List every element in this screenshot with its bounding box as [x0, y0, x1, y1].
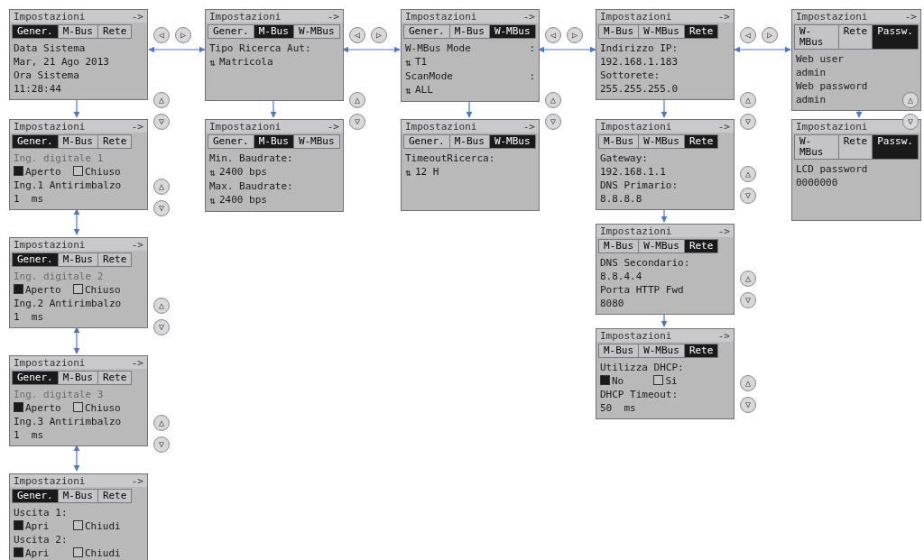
nav-down-button[interactable]: ▽: [153, 200, 170, 216]
tab-rete[interactable]: Rete: [98, 134, 133, 149]
nav-up-button[interactable]: △: [740, 271, 756, 287]
tab-passw[interactable]: Passw.: [873, 24, 919, 50]
row-uscita2[interactable]: Apri Chiudi: [12, 546, 145, 560]
value-lcd-password[interactable]: 0000000: [794, 176, 919, 189]
row-dhcp[interactable]: No Si: [598, 374, 732, 388]
tab-mbus[interactable]: M-Bus: [59, 134, 98, 149]
tab-rete[interactable]: Rete: [98, 252, 133, 267]
value-max-baud[interactable]: ⇅2400 bps: [208, 193, 341, 207]
tab-rete[interactable]: Rete: [98, 489, 133, 503]
value-web-password[interactable]: admin: [794, 93, 919, 106]
value-dhcp-timeout[interactable]: 50 ms: [598, 401, 732, 415]
value-min-baud[interactable]: ⇅2400 bps: [208, 165, 341, 179]
tab-gener[interactable]: Gener.: [12, 489, 59, 503]
value-ing3-antirimbalzo[interactable]: 1 ms: [12, 428, 145, 442]
tab-gener[interactable]: Gener.: [12, 134, 59, 149]
tab-gener[interactable]: Gener.: [12, 371, 59, 385]
value-scanmode[interactable]: ⇅ALL: [403, 83, 537, 97]
nav-left-button[interactable]: ◁: [153, 27, 170, 43]
nav-up-button[interactable]: △: [902, 92, 919, 108]
nav-up-button[interactable]: △: [153, 179, 170, 195]
nav-down-button[interactable]: ▽: [902, 114, 919, 130]
row-ing1-state[interactable]: Aperto Chiuso: [12, 165, 145, 179]
tab-mbus[interactable]: M-Bus: [59, 489, 98, 503]
nav-up-button[interactable]: △: [740, 92, 756, 108]
tab-wmbus[interactable]: W-MBus: [294, 134, 340, 149]
nav-up-button[interactable]: △: [740, 166, 756, 182]
tab-mbus[interactable]: M-Bus: [59, 371, 98, 385]
tab-wmbus[interactable]: W-MBus: [639, 239, 685, 253]
tab-mbus[interactable]: M-Bus: [450, 134, 490, 149]
tab-rete[interactable]: Rete: [685, 24, 719, 39]
tab-mbus[interactable]: M-Bus: [598, 344, 639, 358]
nav-left-button[interactable]: ◁: [349, 27, 365, 43]
tab-mbus[interactable]: M-Bus: [598, 24, 639, 39]
tab-mbus[interactable]: M-Bus: [254, 134, 294, 149]
nav-down-button[interactable]: ▽: [153, 114, 170, 130]
nav-up-button[interactable]: △: [153, 92, 170, 108]
value-gateway[interactable]: 192.168.1.1: [598, 165, 732, 179]
row-ing3-state[interactable]: Aperto Chiuso: [12, 401, 145, 415]
tab-mbus[interactable]: M-Bus: [450, 24, 490, 39]
tab-mbus[interactable]: M-Bus: [598, 239, 639, 253]
nav-down-button[interactable]: ▽: [153, 436, 170, 453]
value-timeout-ricerca[interactable]: ⇅12 H: [403, 165, 537, 179]
tab-gener[interactable]: Gener.: [12, 252, 59, 267]
tab-rete[interactable]: Rete: [839, 24, 873, 50]
value-ing2-antirimbalzo[interactable]: 1 ms: [12, 310, 145, 324]
nav-right-button[interactable]: ▷: [175, 27, 191, 43]
value-wmbus-mode[interactable]: ⇅T1: [403, 55, 537, 69]
tab-gener[interactable]: Gener.: [12, 24, 59, 39]
tab-rete[interactable]: Rete: [685, 239, 719, 253]
nav-down-button[interactable]: ▽: [349, 114, 365, 130]
value-web-user[interactable]: admin: [794, 66, 919, 79]
nav-left-button[interactable]: ◁: [740, 27, 756, 43]
tab-gener[interactable]: Gener.: [403, 24, 450, 39]
tab-wmbus[interactable]: W-MBus: [639, 344, 685, 358]
tab-mbus[interactable]: M-Bus: [59, 252, 98, 267]
tab-wmbus[interactable]: W-MBus: [639, 24, 685, 39]
tab-mbus[interactable]: M-Bus: [59, 24, 98, 39]
value-ing1-antirimbalzo[interactable]: 1 ms: [12, 192, 145, 206]
nav-down-button[interactable]: ▽: [153, 319, 170, 335]
value-porta-http[interactable]: 8080: [598, 297, 732, 310]
tab-wmbus[interactable]: W-MBus: [639, 134, 685, 149]
nav-up-button[interactable]: △: [740, 375, 756, 391]
nav-right-button[interactable]: ▷: [762, 27, 778, 43]
value-dns-secondario[interactable]: 8.8.4.4: [598, 270, 732, 283]
tab-gener[interactable]: Gener.: [403, 134, 450, 149]
tab-rete[interactable]: Rete: [839, 134, 873, 160]
nav-down-button[interactable]: ▽: [740, 188, 756, 204]
nav-right-button[interactable]: ▷: [567, 27, 583, 43]
tabbar[interactable]: Gener. M-Bus Rete: [12, 24, 145, 39]
tab-mbus[interactable]: M-Bus: [598, 134, 639, 149]
nav-down-button[interactable]: ▽: [740, 114, 756, 130]
nav-up-button[interactable]: △: [545, 92, 561, 108]
tab-rete[interactable]: Rete: [685, 134, 719, 149]
tab-wmbus[interactable]: W-MBus: [794, 134, 839, 160]
nav-up-button[interactable]: △: [153, 298, 170, 314]
tab-mbus[interactable]: M-Bus: [254, 24, 294, 39]
tab-wmbus[interactable]: W-MBus: [490, 24, 536, 39]
nav-right-button[interactable]: ▷: [371, 27, 387, 43]
row-uscita1[interactable]: Apri Chiudi: [12, 519, 145, 533]
value-sottorete[interactable]: 255.255.255.0: [598, 82, 732, 96]
tab-wmbus[interactable]: W-MBus: [294, 24, 340, 39]
nav-left-button[interactable]: ◁: [545, 27, 561, 43]
tab-rete[interactable]: Rete: [98, 371, 133, 385]
tab-wmbus[interactable]: W-MBus: [490, 134, 536, 149]
tab-wmbus[interactable]: W-MBus: [794, 24, 839, 50]
value-tipo-ricerca[interactable]: ⇅Matricola: [208, 55, 341, 69]
tab-passw[interactable]: Passw.: [873, 134, 919, 160]
nav-down-button[interactable]: ▽: [740, 292, 756, 308]
tab-gener[interactable]: Gener.: [208, 134, 254, 149]
tab-rete[interactable]: Rete: [98, 24, 133, 39]
value-ora-sistema[interactable]: 11:28:44: [12, 82, 145, 96]
tab-rete[interactable]: Rete: [685, 344, 719, 358]
nav-down-button[interactable]: ▽: [740, 397, 756, 413]
row-ing2-state[interactable]: Aperto Chiuso: [12, 283, 145, 297]
value-indirizzo-ip[interactable]: 192.168.1.183: [598, 55, 732, 69]
nav-down-button[interactable]: ▽: [545, 114, 561, 130]
tab-gener[interactable]: Gener.: [208, 24, 254, 39]
nav-up-button[interactable]: △: [349, 92, 365, 108]
